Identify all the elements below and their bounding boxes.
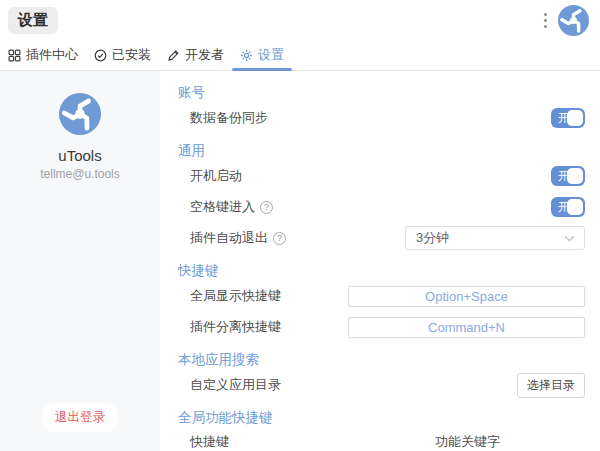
row-data-sync: 数据备份同步 开 [190, 108, 585, 128]
autostart-label: 开机启动 [190, 167, 242, 185]
question-circle-icon[interactable]: ? [273, 232, 286, 245]
user-name: uTools [0, 147, 160, 164]
tab-plugin-center[interactable]: 插件中心 [8, 40, 86, 70]
account-sidebar: uTools tellme@u.tools 退出登录 [0, 71, 160, 451]
grid-icon [8, 49, 21, 62]
logout-button[interactable]: 退出登录 [42, 403, 118, 432]
data-sync-toggle[interactable]: 开 [551, 108, 585, 128]
feature-hotkey-table-header: 快捷键 功能关键字 [190, 433, 585, 451]
row-global-show-hotkey: 全局显示快捷键 [190, 286, 585, 306]
global-show-hotkey-input[interactable] [348, 286, 585, 307]
page-title: 设置 [8, 7, 58, 34]
choose-directory-button[interactable]: 选择目录 [517, 373, 585, 398]
tab-installed[interactable]: 已安装 [86, 40, 159, 70]
auto-exit-select[interactable]: 3分钟 [405, 226, 585, 250]
section-global-feature: 全局功能快捷键 [178, 411, 585, 425]
tab-bar: 插件中心 已安装 开发者 设置 [0, 40, 600, 71]
toggle-knob [567, 199, 583, 215]
row-plugin-detach-hotkey: 插件分离快捷键 [190, 317, 585, 337]
chevron-down-icon [564, 235, 575, 242]
section-general: 通用 [178, 144, 585, 158]
plugin-detach-label: 插件分离快捷键 [190, 318, 281, 336]
check-circle-icon [94, 49, 107, 62]
toggle-knob [567, 110, 583, 126]
tab-label: 设置 [258, 46, 284, 64]
row-autostart: 开机启动 开 [190, 166, 585, 186]
utools-logo [558, 5, 589, 36]
user-email: tellme@u.tools [0, 167, 160, 181]
section-account: 账号 [178, 86, 585, 100]
plugin-detach-hotkey-input[interactable] [348, 317, 585, 338]
global-show-label: 全局显示快捷键 [190, 287, 281, 305]
tab-settings[interactable]: 设置 [232, 40, 292, 70]
auto-exit-label: 插件自动退出 ? [190, 229, 286, 247]
section-hotkeys: 快捷键 [178, 264, 585, 278]
tab-label: 插件中心 [26, 46, 78, 64]
tab-label: 已安装 [112, 46, 151, 64]
autostart-toggle[interactable]: 开 [551, 166, 585, 186]
column-keyword: 功能关键字 [435, 433, 500, 451]
row-auto-exit: 插件自动退出 ? 3分钟 [190, 228, 585, 248]
space-enter-toggle[interactable]: 开 [551, 197, 585, 217]
question-circle-icon[interactable]: ? [260, 201, 273, 214]
data-sync-label: 数据备份同步 [190, 109, 268, 127]
window-header: 设置 [0, 0, 600, 40]
tab-developer[interactable]: 开发者 [159, 40, 232, 70]
settings-panel: 账号 数据备份同步 开 通用 开机启动 开 空格键进入 ? 开 [160, 71, 600, 451]
utools-avatar [59, 93, 101, 135]
column-hotkey: 快捷键 [190, 433, 435, 451]
pen-icon [167, 49, 180, 62]
row-custom-dir: 自定义应用目录 选择目录 [190, 375, 585, 395]
kebab-menu-icon[interactable] [542, 9, 549, 32]
section-local-search: 本地应用搜索 [178, 353, 585, 367]
space-enter-label: 空格键进入 ? [190, 198, 273, 216]
custom-dir-label: 自定义应用目录 [190, 376, 281, 394]
row-space-enter: 空格键进入 ? 开 [190, 197, 585, 217]
tab-label: 开发者 [185, 46, 224, 64]
toggle-knob [567, 168, 583, 184]
gear-icon [240, 49, 253, 62]
